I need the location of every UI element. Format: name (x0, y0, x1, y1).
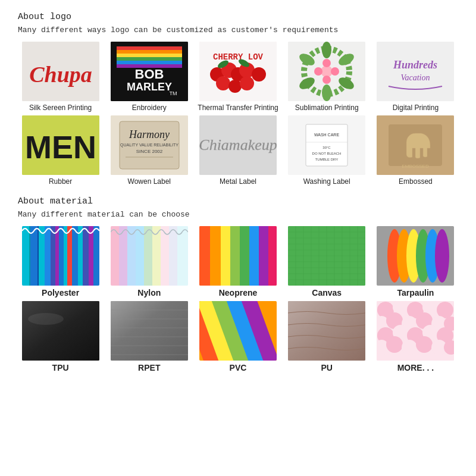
embossed-svg: EMBOSSED (377, 115, 454, 175)
svg-rect-81 (127, 226, 136, 286)
svg-rect-67 (45, 226, 51, 286)
svg-rect-3 (117, 46, 182, 50)
bob-marley-image: BOB MARLEY TM (111, 42, 188, 101)
cherry-love-image: CHERRY LOV (199, 42, 277, 101)
svg-rect-76 (89, 226, 93, 286)
list-item: Nylon (107, 226, 192, 298)
svg-point-26 (322, 42, 331, 58)
svg-rect-93 (240, 226, 249, 286)
material-section-title: About material (18, 196, 458, 206)
svg-rect-72 (67, 226, 72, 286)
canvas-svg (288, 226, 365, 286)
svg-rect-4 (117, 50, 182, 54)
svg-point-34 (322, 59, 331, 67)
svg-rect-80 (119, 226, 127, 286)
svg-rect-6 (117, 57, 182, 61)
woven-image: Harmony QUALITY VALUE RELIABILITY SINCE … (111, 115, 188, 175)
item-label: Neoprene (219, 288, 258, 298)
svg-rect-71 (64, 226, 67, 286)
logo-section-subtitle: Many different ways logo can be customiz… (18, 26, 458, 35)
item-label: Nylon (137, 288, 161, 298)
svg-rect-73 (72, 226, 78, 286)
svg-point-123 (435, 229, 449, 283)
svg-point-37 (331, 67, 339, 76)
material-section: About material Many different material c… (18, 196, 458, 372)
svg-text:MEN: MEN (25, 129, 96, 165)
pu-svg (288, 301, 365, 361)
list-item: RPET (107, 301, 192, 372)
chupa-image: Chupa (22, 42, 99, 101)
svg-point-126 (28, 313, 64, 325)
svg-rect-86 (169, 226, 177, 286)
svg-rect-90 (210, 226, 221, 286)
pu-image (288, 301, 365, 361)
svg-text:SINCE 2002: SINCE 2002 (136, 149, 163, 154)
tpu-image (22, 301, 99, 361)
logo-section: About logo Many different ways logo can … (18, 12, 458, 186)
svg-rect-38 (377, 42, 454, 101)
svg-rect-92 (230, 226, 240, 286)
svg-text:BOB: BOB (134, 67, 164, 82)
sublimation-svg (288, 42, 365, 101)
digital-svg: Hundreds Vacation (377, 42, 454, 101)
svg-text:Hundreds: Hundreds (393, 59, 437, 71)
pvc-image (199, 301, 277, 361)
svg-rect-66 (39, 226, 45, 286)
svg-text:Vacation: Vacation (401, 73, 430, 82)
list-item: Canvas (284, 226, 369, 298)
svg-text:DO NOT BLEACH: DO NOT BLEACH (312, 152, 342, 155)
svg-rect-125 (22, 301, 99, 361)
svg-rect-95 (259, 226, 268, 286)
list-item: MORE. . . (373, 301, 458, 372)
digital-image: Hundreds Vacation (377, 42, 454, 101)
svg-rect-5 (117, 54, 182, 57)
item-label: Polyester (42, 288, 79, 298)
svg-point-21 (240, 76, 254, 90)
list-item: PU (284, 301, 369, 372)
item-label: MORE. . . (397, 363, 434, 372)
svg-rect-74 (78, 226, 83, 286)
metal-svg: Chiamakeup (199, 115, 277, 175)
list-item: MEN Rubber (18, 115, 103, 186)
svg-point-163 (402, 340, 417, 355)
svg-point-29 (322, 84, 331, 101)
svg-point-162 (386, 336, 403, 353)
svg-rect-96 (268, 226, 277, 286)
svg-rect-68 (51, 226, 55, 286)
rubber-image: MEN (22, 115, 99, 175)
svg-rect-89 (199, 226, 210, 286)
logo-section-title: About logo (18, 12, 458, 22)
tpu-svg (22, 301, 99, 361)
logo-grid: Chupa Silk Sereen Printing (18, 42, 458, 186)
tarpaulin-svg (377, 226, 454, 286)
list-item: Tarpaulin (373, 226, 458, 298)
svg-text:MARLEY: MARLEY (127, 81, 172, 93)
item-label: Thermal Transfer Printing (198, 104, 278, 112)
svg-point-18 (252, 67, 266, 82)
item-label: Rubber (49, 177, 72, 186)
nylon-image (111, 226, 188, 286)
svg-text:30°C: 30°C (322, 146, 331, 149)
woven-svg: Harmony QUALITY VALUE RELIABILITY SINCE … (111, 115, 188, 175)
list-item: PVC (195, 301, 280, 372)
svg-rect-70 (59, 226, 64, 286)
more-image (377, 301, 454, 361)
list-item: Hundreds Vacation Digital Printing (373, 42, 458, 112)
svg-point-35 (322, 76, 331, 84)
tarpaulin-image (377, 226, 454, 286)
svg-rect-83 (144, 226, 152, 286)
svg-text:TM: TM (169, 90, 177, 96)
list-item: Neoprene (195, 226, 280, 298)
polyester-svg (22, 226, 99, 286)
svg-rect-85 (161, 226, 169, 286)
list-item: Harmony QUALITY VALUE RELIABILITY SINCE … (107, 115, 192, 186)
bob-marley-svg: BOB MARLEY TM (111, 42, 188, 101)
svg-point-149 (437, 302, 453, 318)
rubber-svg: MEN (22, 115, 99, 175)
svg-point-36 (314, 67, 322, 76)
item-label: PU (321, 363, 332, 372)
item-label: Digital Printing (393, 104, 439, 112)
svg-rect-69 (55, 226, 59, 286)
polyester-image (22, 226, 99, 286)
item-label: Washing Label (303, 177, 350, 186)
